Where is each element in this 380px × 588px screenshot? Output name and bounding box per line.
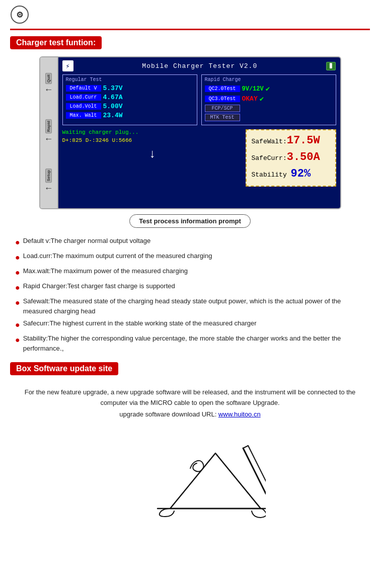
device-outer: Quit ← Rapid ← Setup ← ⚡ Mobile Charger … [39, 56, 341, 209]
svg-marker-2 [170, 453, 261, 509]
rapid-row-3: MTK Test [205, 114, 333, 121]
test-value-3: 23.4W [103, 112, 123, 119]
rapid-label-0: QC2.0Test [205, 86, 240, 92]
rapid-value-0: 9V/12V [242, 86, 264, 93]
svg-line-5 [248, 446, 266, 491]
panel-regular: Regular Test Default V 5.37V Load.Curr 4… [62, 74, 197, 125]
sidebar-setup-label: Setup [45, 169, 52, 183]
rapid-check-1: ✔ [260, 95, 264, 103]
rapid-panel-title: Rapid Charge [205, 77, 333, 82]
svg-line-3 [243, 448, 266, 493]
section1-title: Charger test funtion: [10, 36, 102, 49]
test-row-0: Default V 5.37V [66, 85, 194, 92]
safewalt-line: SafeWalt:17.5W [252, 133, 330, 149]
header-divider [10, 29, 370, 30]
bullet-dot-2: ● [15, 267, 20, 279]
stability-label: Stability [252, 171, 287, 179]
device-wrap: Quit ← Rapid ← Setup ← ⚡ Mobile Charger … [10, 56, 370, 209]
sidebar-quit-arrow: ← [44, 85, 53, 94]
panel-rapid: Rapid Charge QC2.0Test 9V/12V ✔ QC3.0Tes… [201, 74, 336, 125]
safecurr-label: SafeCurr: [252, 154, 287, 162]
sidebar-setup-arrow: ← [44, 184, 53, 193]
section2-wrap: Box Software update site For the new fea… [10, 362, 370, 418]
safewalt-value: 17.5W [287, 134, 320, 147]
test-value-0: 5.37V [103, 85, 123, 92]
test-label-3: Max. Walt [66, 112, 101, 119]
sidebar-rapid[interactable]: Rapid ← [44, 119, 53, 143]
rapid-label-2: FCP/SCP [205, 105, 240, 112]
prompt-box: Test process information prompt [129, 214, 251, 228]
device-screen: ⚡ Mobile Charger Tester V2.0 ▉ Regular T… [58, 57, 340, 208]
svg-line-4 [243, 446, 248, 448]
url-line: upgrade software download URL: www.huito… [10, 410, 370, 418]
sketch-wrap [10, 423, 370, 524]
test-value-2: 5.00V [103, 103, 123, 110]
stability-line: Stability 92% [252, 166, 330, 182]
bullet-dot-6: ● [15, 334, 20, 346]
bullet-item-4: ●Safewalt:The measured state of the char… [15, 296, 365, 316]
sidebar-setup[interactable]: Setup ← [44, 169, 53, 193]
sidebar-rapid-arrow: ← [44, 134, 53, 143]
svg-text:⚙: ⚙ [16, 11, 23, 19]
bullet-item-2: ●Max.walt:The maximum power of the measu… [15, 266, 365, 279]
test-row-2: Load.Volt 5.00V [66, 103, 194, 110]
brand-logo-icon: ⚙ [10, 5, 29, 24]
test-row-3: Max. Walt 23.4W [66, 112, 194, 119]
sidebar-rapid-label: Rapid [45, 119, 52, 133]
rapid-row-2: FCP/SCP [205, 105, 333, 112]
safecurr-value: 3.50A [287, 151, 320, 163]
header: ⚙ [10, 5, 370, 26]
bullet-dot-0: ● [15, 236, 20, 248]
section2-title: Box Software update site [10, 362, 118, 375]
test-row-1: Load.Curr 4.67A [66, 94, 194, 101]
bullet-list: ●Default v:The charger normal output vol… [10, 236, 370, 353]
url-link[interactable]: www.huitoo.cn [218, 410, 261, 418]
rapid-check-0: ✔ [266, 85, 270, 93]
test-label-0: Default V [66, 85, 101, 92]
battery-icon: ▉ [326, 62, 336, 70]
regular-panel-title: Regular Test [66, 77, 194, 82]
prompt-wrap: Test process information prompt [10, 214, 370, 228]
arrow-down-icon: ↓ [62, 147, 243, 161]
bullet-dot-3: ● [15, 282, 20, 294]
screen-title-bar: ⚡ Mobile Charger Tester V2.0 ▉ [62, 60, 336, 71]
update-body: For the new feature upgrade, a new upgra… [20, 387, 360, 408]
screen-title: Mobile Charger Tester V2.0 [142, 62, 257, 70]
sketch-illustration [115, 423, 266, 524]
rapid-label-1: QC3.0Test [205, 96, 240, 102]
test-label-2: Load.Volt [66, 103, 101, 110]
safecurr-line: SafeCurr:3.50A [252, 150, 330, 165]
test-label-1: Load.Curr [66, 94, 101, 101]
bullet-item-1: ●Load.curr:The maximum output current of… [15, 251, 365, 264]
stability-value: 92% [291, 167, 311, 180]
screen-status: Waiting charger plug... D+:825 D-:3246 U… [62, 129, 336, 187]
safewalt-label: SafeWalt: [252, 138, 287, 145]
sidebar-quit[interactable]: Quit ← [44, 73, 53, 94]
bullet-item-5: ●Safecurr:The highest current in the sta… [15, 318, 365, 331]
status-left: Waiting charger plug... D+:825 D-:3246 U… [62, 129, 243, 161]
safe-box: SafeWalt:17.5W SafeCurr:3.50A Stability … [246, 129, 336, 187]
charger-icon: ⚡ [62, 60, 73, 71]
rapid-row-1: QC3.0Test OKAY ✔ [205, 95, 333, 103]
bullet-item-0: ●Default v:The charger normal output vol… [15, 236, 365, 248]
url-prefix: upgrade software download URL: [119, 410, 218, 418]
bullet-dot-5: ● [15, 319, 20, 331]
bullet-dot-4: ● [15, 297, 20, 309]
rapid-value-1: OKAY [242, 95, 258, 103]
bullet-item-6: ●Stability:The higher the corresponding … [15, 333, 365, 353]
d-values: D+:825 D-:3246 U:5666 [62, 137, 243, 143]
rapid-label-3: MTK Test [205, 114, 240, 121]
bullet-dot-1: ● [15, 251, 20, 264]
rapid-row-0: QC2.0Test 9V/12V ✔ [205, 85, 333, 93]
waiting-text: Waiting charger plug... [62, 129, 243, 135]
device-sidebar: Quit ← Rapid ← Setup ← [40, 57, 58, 208]
test-value-1: 4.67A [103, 94, 123, 101]
screen-panels: Regular Test Default V 5.37V Load.Curr 4… [62, 74, 336, 125]
sidebar-quit-label: Quit [45, 73, 52, 84]
bullet-item-3: ●Rapid Charger:Test charger fast charge … [15, 281, 365, 294]
